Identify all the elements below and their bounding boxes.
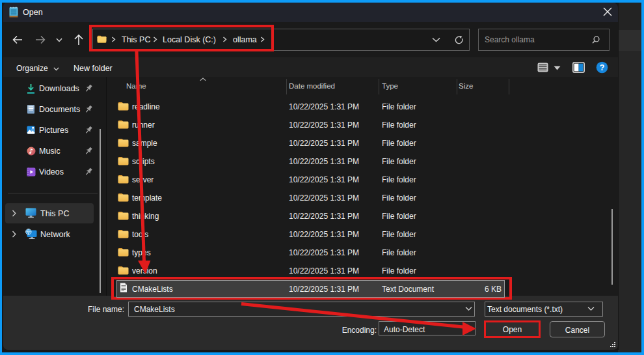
svg-text:?: ? <box>600 63 605 72</box>
